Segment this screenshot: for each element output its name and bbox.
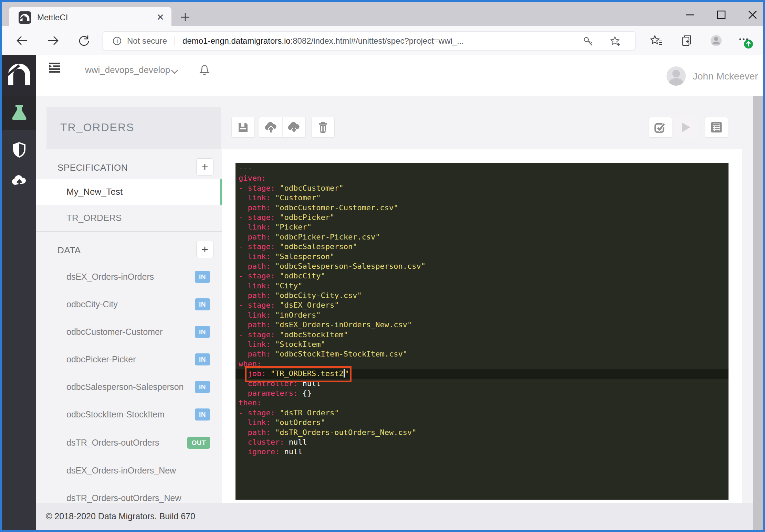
highlight-annotation-box: job: "TR_ORDERS.test2" bbox=[248, 369, 349, 378]
editor-line[interactable]: link: "outOrders" bbox=[235, 418, 729, 427]
project-dropdown[interactable]: wwi_devops_develop bbox=[85, 65, 170, 75]
data-item-badge-in: IN bbox=[195, 381, 210, 393]
app-sidebar bbox=[2, 55, 36, 530]
add-specification-button[interactable]: + bbox=[196, 158, 213, 175]
editor-line[interactable]: job: "TR_ORDERS.test2" bbox=[235, 369, 729, 379]
editor-line[interactable]: - stage: "dsTR_Orders" bbox=[235, 408, 729, 418]
spec-item[interactable]: TR_ORDERS bbox=[36, 205, 222, 231]
chevron-down-icon[interactable] bbox=[170, 69, 179, 75]
editor-line[interactable]: - stage: "odbcStockItem" bbox=[235, 330, 729, 340]
download-button[interactable] bbox=[282, 117, 306, 138]
favorites-icon[interactable] bbox=[649, 33, 664, 48]
upload-button[interactable] bbox=[259, 117, 282, 138]
editor-line[interactable]: - stage: "odbcCustomer" bbox=[235, 183, 729, 193]
editor-line[interactable]: link: "City" bbox=[235, 281, 729, 291]
editor-line[interactable]: - stage: "odbcCity" bbox=[235, 271, 729, 281]
reload-button[interactable] bbox=[77, 34, 91, 47]
delete-button[interactable] bbox=[311, 117, 335, 138]
not-secure-label: Not secure bbox=[127, 36, 167, 46]
yaml-editor[interactable]: ---given:- stage: "odbcCustomer" link: "… bbox=[235, 163, 729, 500]
data-item[interactable]: odbcStockItem-StockItemIN bbox=[36, 401, 222, 428]
notifications-bell-icon[interactable] bbox=[198, 62, 211, 76]
editor-line[interactable]: path: "odbcCity-City.csv" bbox=[235, 291, 729, 300]
sidebar-item-tests[interactable] bbox=[2, 96, 36, 130]
window-close-button[interactable] bbox=[745, 10, 761, 20]
editor-line[interactable]: - stage: "odbcSalesperson" bbox=[235, 242, 729, 252]
data-item-badge-in: IN bbox=[195, 298, 210, 310]
window-minimize-button[interactable] bbox=[682, 10, 698, 20]
editor-line[interactable]: link: "Salesperson" bbox=[235, 252, 729, 262]
url-host: demo1-engn.datamigrators.io bbox=[182, 36, 291, 46]
browser-window: MettleCI ✕ Not secure demo1-engn.datamig… bbox=[0, 0, 765, 532]
app-header bbox=[2, 55, 763, 96]
data-item-badge-out: OUT bbox=[187, 437, 210, 449]
new-tab-button[interactable] bbox=[179, 11, 191, 23]
data-item-badge-in: IN bbox=[195, 353, 210, 365]
report-button[interactable] bbox=[705, 117, 728, 138]
data-item-label: dsTR_Orders-outOrders_New bbox=[66, 493, 181, 503]
profile-avatar-icon[interactable] bbox=[709, 33, 724, 48]
editor-line[interactable]: cluster: null bbox=[235, 437, 729, 447]
user-avatar[interactable] bbox=[667, 66, 686, 86]
sidebar-item-security-shield-icon[interactable] bbox=[12, 142, 27, 159]
editor-line[interactable]: link: "Customer" bbox=[235, 193, 729, 203]
editor-line[interactable]: path: "dsEX_Orders-inOrders_New.csv" bbox=[235, 320, 729, 330]
editor-line[interactable]: path: "odbcPicker-Picker.csv" bbox=[235, 232, 729, 242]
data-item[interactable]: dsEX_Orders-inOrders_New bbox=[36, 457, 222, 485]
user-name[interactable]: John Mckeever bbox=[693, 71, 758, 82]
data-item-label: dsEX_Orders-inOrders bbox=[66, 272, 154, 282]
browser-addressbar: Not secure demo1-engn.datamigrators.io:8… bbox=[2, 26, 763, 55]
data-item[interactable]: dsEX_Orders-inOrdersIN bbox=[36, 263, 222, 291]
editor-line[interactable]: link: "Picker" bbox=[235, 222, 729, 232]
browser-tab[interactable]: MettleCI ✕ bbox=[9, 7, 171, 28]
data-item[interactable]: odbcPicker-PickerIN bbox=[36, 346, 222, 373]
browser-menu-icon[interactable] bbox=[735, 33, 751, 48]
page-scrollbar[interactable] bbox=[753, 96, 763, 530]
url-field[interactable]: Not secure demo1-engn.datamigrators.io:8… bbox=[103, 31, 636, 50]
editor-line[interactable]: given: bbox=[235, 173, 729, 183]
editor-line[interactable]: path: "dsTR_Orders-outOrders_New.csv" bbox=[235, 428, 729, 437]
divider bbox=[36, 231, 222, 232]
info-icon[interactable] bbox=[112, 36, 122, 46]
data-item-label: odbcCity-City bbox=[66, 299, 118, 309]
run-button[interactable] bbox=[674, 117, 698, 138]
back-button[interactable] bbox=[15, 34, 29, 47]
data-item[interactable]: odbcCustomer-CustomerIN bbox=[36, 318, 222, 346]
data-section-label: DATA bbox=[57, 245, 81, 256]
forward-button[interactable] bbox=[46, 34, 60, 47]
add-favorite-star-icon[interactable] bbox=[610, 36, 621, 47]
editor-line[interactable]: then: bbox=[235, 398, 729, 408]
collections-icon[interactable] bbox=[680, 33, 695, 48]
editor-line[interactable]: parameters: {} bbox=[235, 389, 729, 398]
data-item-label: odbcStockItem-StockItem bbox=[66, 409, 165, 419]
editor-line[interactable]: - stage: "odbcPicker" bbox=[235, 213, 729, 222]
window-maximize-button[interactable] bbox=[713, 10, 729, 20]
sidebar-item-cloud-upload-icon[interactable] bbox=[11, 174, 28, 187]
editor-line[interactable]: path: "odbcCustomer-Customer.csv" bbox=[235, 203, 729, 213]
tab-close-icon[interactable]: ✕ bbox=[155, 12, 166, 22]
data-item[interactable]: odbcCity-CityIN bbox=[36, 291, 222, 318]
add-data-button[interactable]: + bbox=[196, 241, 213, 258]
app-logo[interactable] bbox=[2, 55, 36, 96]
spec-item-label: TR_ORDERS bbox=[66, 213, 122, 223]
password-key-icon[interactable] bbox=[583, 36, 594, 47]
panel-title: TR_ORDERS bbox=[60, 121, 134, 134]
specification-section-label: SPECIFICATION bbox=[57, 162, 128, 173]
editor-line[interactable]: --- bbox=[235, 164, 729, 173]
data-item-label: odbcSalesperson-Salesperson bbox=[66, 382, 184, 392]
spec-item-selected[interactable]: My_New_Test bbox=[36, 179, 222, 205]
sidebar-toggle-icon[interactable] bbox=[49, 63, 62, 74]
data-item[interactable]: dsTR_Orders-outOrdersOUT bbox=[36, 429, 222, 457]
validate-button[interactable] bbox=[649, 117, 672, 138]
editor-line[interactable]: link: "StockItem" bbox=[235, 340, 729, 349]
data-item[interactable]: odbcSalesperson-SalespersonIN bbox=[36, 373, 222, 401]
url-path: :8082/index.html#/unittest/spec?project=… bbox=[291, 36, 464, 46]
save-button[interactable] bbox=[231, 117, 255, 138]
editor-line[interactable]: path: "odbcSalesperson-Salesperson.csv" bbox=[235, 262, 729, 271]
editor-line[interactable]: path: "odbcStockItem-StockItem.csv" bbox=[235, 349, 729, 359]
data-item-label: odbcCustomer-Customer bbox=[66, 327, 163, 337]
editor-line[interactable]: - stage: "dsEX_Orders" bbox=[235, 300, 729, 310]
editor-line[interactable]: link: "inOrders" bbox=[235, 310, 729, 320]
editor-line[interactable]: ignore: null bbox=[235, 447, 729, 457]
tab-favicon-icon bbox=[19, 11, 31, 24]
